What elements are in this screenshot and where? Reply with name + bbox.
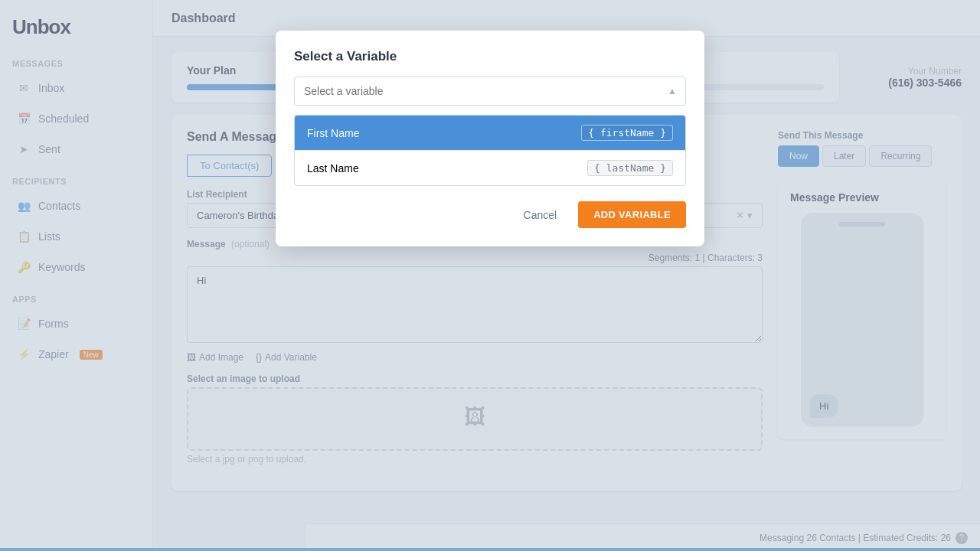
modal-overlay: Select a Variable ▲ First Name { firstNa… bbox=[0, 0, 980, 551]
variable-list: First Name { firstName } Last Name { las… bbox=[294, 115, 686, 186]
variable-search-input[interactable] bbox=[294, 77, 686, 106]
modal-actions: Cancel ADD VARIABLE bbox=[294, 201, 686, 228]
cancel-button[interactable]: Cancel bbox=[511, 203, 570, 227]
variable-name-lastname: Last Name bbox=[307, 162, 359, 174]
select-variable-modal: Select a Variable ▲ First Name { firstNa… bbox=[276, 31, 704, 246]
modal-title: Select a Variable bbox=[294, 49, 686, 64]
variable-code-lastname: { lastName } bbox=[587, 160, 673, 176]
variable-item-lastname[interactable]: Last Name { lastName } bbox=[295, 151, 685, 185]
variable-code-firstname: { firstName } bbox=[581, 125, 673, 141]
add-variable-confirm-button[interactable]: ADD VARIABLE bbox=[578, 201, 686, 228]
search-chevron-icon: ▲ bbox=[668, 86, 677, 96]
variable-item-firstname[interactable]: First Name { firstName } bbox=[295, 116, 685, 151]
variable-name-firstname: First Name bbox=[307, 127, 359, 139]
variable-search-wrapper: ▲ bbox=[294, 77, 686, 106]
